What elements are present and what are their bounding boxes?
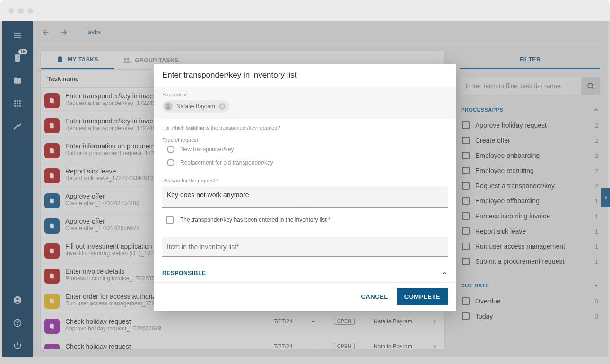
chevron-up-icon	[441, 270, 448, 277]
radio-icon	[167, 159, 174, 166]
checkbox-label: The transponder/key has been entered in …	[180, 217, 331, 223]
section-label: RESPONSIBLE	[162, 270, 206, 277]
supervisor-label: Supervisor	[162, 92, 448, 97]
inventory-entered-checkbox-row: The transponder/key has been entered in …	[162, 208, 448, 228]
dialog-footer: CANCEL COMPLETE	[154, 282, 456, 311]
option-new-key[interactable]: New transponder/key	[162, 143, 448, 156]
responsible-section-header[interactable]: RESPONSIBLE	[162, 270, 448, 277]
person-icon	[164, 102, 173, 111]
svg-point-42	[167, 104, 169, 106]
remove-chip-icon[interactable]: ✕	[219, 103, 226, 110]
minimize-dot[interactable]	[18, 8, 24, 14]
modal-overlay[interactable]: Enter transponder/key in inventory list …	[0, 21, 610, 364]
dialog-title: Enter transponder/key in inventory list	[154, 64, 456, 87]
supervisor-field: Supervisor Natalie Bayram ✕	[154, 87, 456, 119]
option-label: New transponder/key	[180, 146, 234, 153]
task-dialog: Enter transponder/key in inventory list …	[154, 64, 456, 311]
building-question: For which building is the transponder/ke…	[162, 125, 448, 130]
type-label: Type of request	[162, 137, 448, 143]
window-chrome	[0, 0, 610, 21]
maximize-dot[interactable]	[27, 8, 33, 14]
reason-label: Reason for the request *	[162, 178, 448, 183]
reason-textarea[interactable]: Key does not work anymore	[162, 186, 448, 208]
option-label: Replacement for old transponder/key	[180, 159, 273, 166]
complete-button[interactable]: COMPLETE	[397, 288, 448, 305]
cancel-button[interactable]: CANCEL	[361, 293, 388, 300]
close-dot[interactable]	[9, 8, 14, 14]
traffic-lights	[9, 8, 33, 14]
checkbox[interactable]	[166, 216, 174, 224]
dialog-body: Supervisor Natalie Bayram ✕ For which bu…	[154, 87, 456, 282]
supervisor-chip[interactable]: Natalie Bayram ✕	[162, 100, 229, 113]
option-replace-key[interactable]: Replacement for old transponder/key	[162, 156, 448, 169]
radio-icon	[167, 146, 174, 153]
supervisor-name: Natalie Bayram	[176, 103, 215, 110]
inventory-item-input[interactable]	[162, 237, 448, 257]
